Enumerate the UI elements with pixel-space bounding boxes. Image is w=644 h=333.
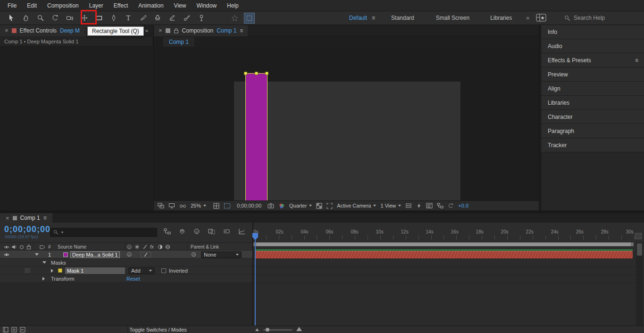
menu-layer[interactable]: Layer bbox=[84, 2, 109, 9]
workspace-menu-icon[interactable]: ≡ bbox=[372, 15, 375, 21]
monitor-icon[interactable] bbox=[168, 203, 175, 209]
camera-tool-button[interactable] bbox=[64, 13, 75, 24]
pane-divider[interactable] bbox=[252, 223, 253, 325]
layer-expander[interactable] bbox=[35, 250, 39, 258]
snapshot-icon[interactable] bbox=[268, 203, 274, 208]
mask-expander[interactable] bbox=[51, 266, 53, 275]
resolution-dropdown[interactable]: Quarter bbox=[289, 203, 312, 208]
panel-item-preview[interactable]: Preview bbox=[541, 67, 644, 82]
parent-dropdown[interactable]: None bbox=[201, 250, 242, 258]
reset-exposure-icon[interactable] bbox=[448, 203, 454, 209]
motion-blur-icon[interactable] bbox=[223, 228, 230, 234]
composition-tab[interactable]: × Composition Comp 1 ≡ bbox=[154, 25, 248, 36]
shy-layers-icon[interactable] bbox=[193, 228, 200, 234]
pixel-aspect-icon[interactable] bbox=[405, 203, 412, 208]
transform-reset-link[interactable]: Reset bbox=[126, 275, 140, 283]
zoom-in-icon[interactable] bbox=[296, 327, 302, 331]
timeline-track-area[interactable] bbox=[253, 250, 636, 325]
rectangle-tool-button[interactable] bbox=[93, 13, 104, 24]
show-channel-icon[interactable] bbox=[278, 203, 285, 209]
tool-creates-shape-icon[interactable] bbox=[229, 13, 240, 24]
transform-expander[interactable] bbox=[42, 275, 45, 283]
draft-3d-icon[interactable] bbox=[179, 228, 185, 234]
layer-duration-bar[interactable] bbox=[255, 251, 633, 258]
layer-visibility-eye-icon[interactable] bbox=[4, 250, 9, 258]
scrollbar-thumb[interactable] bbox=[637, 243, 642, 256]
search-help[interactable]: Search Help bbox=[564, 13, 605, 23]
menu-view[interactable]: View bbox=[169, 2, 192, 9]
exposure-value[interactable]: +0.0 bbox=[458, 203, 468, 208]
playhead-line[interactable] bbox=[255, 239, 256, 325]
composition-viewer[interactable] bbox=[154, 47, 539, 200]
clone-stamp-tool-button[interactable] bbox=[152, 13, 163, 24]
mask-visibility-icon[interactable] bbox=[224, 203, 231, 209]
work-area-bar[interactable] bbox=[253, 242, 634, 246]
close-icon[interactable]: × bbox=[5, 27, 8, 34]
mask-1-row[interactable]: Mask 1 Add Inverted bbox=[0, 266, 252, 275]
close-icon[interactable]: × bbox=[159, 27, 162, 34]
timeline-tab[interactable]: × Comp 1 ≡ bbox=[0, 213, 52, 223]
timeline-button-icon[interactable] bbox=[426, 203, 433, 208]
tool-creates-mask-toggle[interactable] bbox=[244, 13, 255, 24]
3d-view-dropdown[interactable]: Active Camera bbox=[337, 203, 376, 208]
transform-row[interactable]: Transform Reset bbox=[0, 275, 252, 283]
workspace-libraries[interactable]: Libraries bbox=[490, 15, 512, 21]
masks-expander[interactable] bbox=[42, 258, 46, 266]
workspace-overflow-icon[interactable]: » bbox=[526, 15, 529, 21]
layer-row-1[interactable]: 1 Deep Ma...a Solid 1 None bbox=[0, 250, 252, 258]
timeline-zoom-knob[interactable] bbox=[266, 328, 269, 332]
workspace-small-screen[interactable]: Small Screen bbox=[436, 15, 469, 21]
layer-label-swatch[interactable] bbox=[63, 250, 68, 258]
rotation-tool-button[interactable] bbox=[50, 13, 60, 24]
selection-tool-button[interactable] bbox=[6, 13, 17, 24]
mask-color-swatch[interactable] bbox=[58, 266, 62, 275]
graph-editor-icon[interactable] bbox=[238, 228, 245, 234]
comp-flowchart-icon[interactable] bbox=[437, 203, 443, 208]
source-name-column[interactable]: Source Name bbox=[58, 243, 86, 251]
preview-monitors-icon[interactable] bbox=[158, 203, 164, 209]
brush-tool-button[interactable] bbox=[137, 13, 148, 24]
view-options-icon[interactable] bbox=[179, 203, 186, 208]
lock-icon[interactable] bbox=[174, 28, 179, 33]
layer-name[interactable]: Deep Ma...a Solid 1 bbox=[70, 250, 120, 258]
workspace-switcher-icon[interactable] bbox=[536, 14, 546, 22]
panel-item-tracker[interactable]: Tracker bbox=[541, 138, 644, 152]
menu-window[interactable]: Window bbox=[191, 2, 222, 9]
masks-group-row[interactable]: Masks bbox=[0, 258, 252, 266]
menu-edit[interactable]: Edit bbox=[22, 2, 42, 9]
type-tool-button[interactable] bbox=[123, 13, 134, 24]
parent-link-column[interactable]: Parent & Link bbox=[191, 243, 219, 251]
menu-file[interactable]: File bbox=[2, 2, 22, 9]
time-ruler[interactable]: 0s02s 04s06s 08s10s 12s14s 16s18s 20s22s… bbox=[253, 229, 634, 234]
view-layout-dropdown[interactable]: 1 View bbox=[380, 203, 401, 208]
panel-item-align[interactable]: Align bbox=[541, 82, 644, 96]
panel-item-audio[interactable]: Audio bbox=[541, 39, 644, 53]
pan-behind-tool-button[interactable] bbox=[79, 13, 90, 24]
comp-current-time[interactable]: 0;00;00;00 bbox=[237, 203, 261, 208]
mask-handle-top-left[interactable] bbox=[244, 72, 247, 75]
mask-handle-top-center[interactable] bbox=[255, 72, 258, 75]
roto-brush-tool-button[interactable] bbox=[181, 13, 192, 24]
transparency-grid-icon[interactable] bbox=[316, 203, 322, 209]
comp-mini-flowchart-icon[interactable] bbox=[164, 228, 171, 234]
comp-marker-bin[interactable] bbox=[635, 233, 642, 239]
panel-menu-icon[interactable]: ≡ bbox=[240, 27, 243, 34]
panel-item-effects-presets[interactable]: Effects & Presets≡ bbox=[541, 53, 644, 67]
layer-quality-switch[interactable] bbox=[141, 250, 151, 258]
panel-menu-icon[interactable]: ≡ bbox=[43, 215, 47, 221]
magnification-dropdown[interactable]: 25% bbox=[191, 203, 206, 208]
menu-help[interactable]: Help bbox=[222, 2, 244, 9]
current-timecode[interactable]: 0;00;00;00 bbox=[4, 225, 50, 234]
pen-tool-button[interactable] bbox=[108, 13, 119, 24]
workspace-default[interactable]: Default bbox=[349, 15, 367, 21]
workspace-standard[interactable]: Standard bbox=[391, 15, 414, 21]
grid-options-icon[interactable] bbox=[213, 203, 219, 209]
deep-magenta-solid[interactable] bbox=[246, 74, 267, 200]
zoom-tool-button[interactable] bbox=[35, 13, 46, 24]
menu-composition[interactable]: Composition bbox=[42, 2, 84, 9]
mask-handle-top-right[interactable] bbox=[265, 72, 268, 75]
parent-pickwhip-icon[interactable] bbox=[192, 250, 196, 258]
mask-inverted-checkbox[interactable] bbox=[161, 266, 166, 275]
panel-menu-icon[interactable]: ≡ bbox=[635, 57, 638, 64]
viewer-tab-comp1[interactable]: Comp 1 bbox=[163, 37, 194, 47]
